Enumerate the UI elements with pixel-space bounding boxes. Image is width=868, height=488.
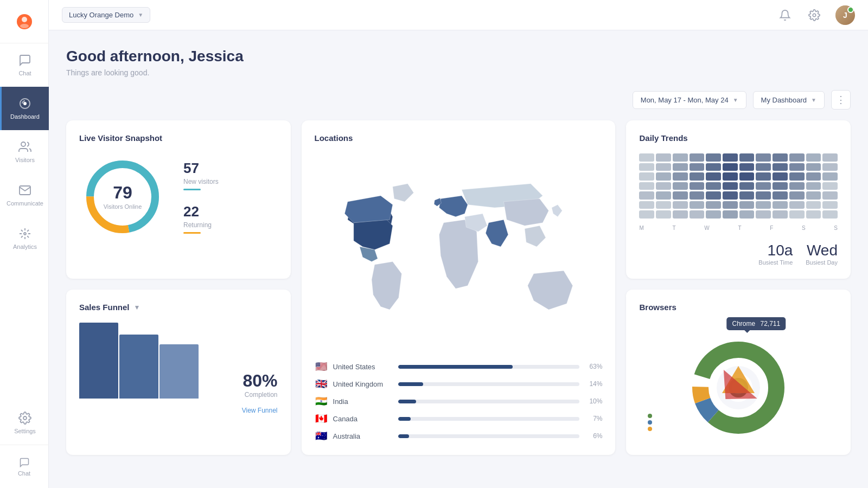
heatmap-cell xyxy=(656,201,671,209)
funnel-header: Sales Funnel ▼ xyxy=(79,303,278,312)
dashboard-selector[interactable]: My Dashboard ▼ xyxy=(753,91,825,109)
sidebar-chat-bottom[interactable]: Chat xyxy=(0,445,49,488)
view-funnel-link[interactable]: View Funnel xyxy=(79,405,278,415)
country-name-4: Australia xyxy=(333,432,393,440)
sidebar-item-dashboard[interactable]: Dashboard xyxy=(0,87,49,130)
heatmap-cell xyxy=(673,153,688,162)
heatmap-cell xyxy=(756,163,771,171)
heatmap-cell xyxy=(756,172,771,181)
heatmap-cell xyxy=(639,153,654,162)
browsers-card: Browsers Chrome 72,711 xyxy=(626,290,851,455)
locations-title: Locations xyxy=(315,133,603,143)
country-name-1: United Kingdom xyxy=(333,380,393,388)
chrome-tooltip: Chrome 72,711 xyxy=(726,317,786,330)
flag-2: 🇮🇳 xyxy=(315,395,328,407)
sidebar-item-visitors[interactable]: Visitors xyxy=(0,130,49,174)
gear-icon[interactable] xyxy=(808,9,820,21)
heatmap-cell xyxy=(756,182,771,190)
flag-3: 🇨🇦 xyxy=(315,413,328,425)
funnel-dropdown-icon[interactable]: ▼ xyxy=(134,304,141,311)
funnel-bars-container xyxy=(79,323,234,399)
map-southamerica xyxy=(372,262,401,310)
heatmap-cell xyxy=(656,163,671,171)
notification-bell-icon[interactable] xyxy=(779,9,791,21)
heatmap-cell xyxy=(806,163,821,171)
heatmap-cell xyxy=(706,191,721,200)
heatmap-cell xyxy=(739,182,755,190)
heatmap-cell xyxy=(723,163,738,171)
country-pct-4: 6% xyxy=(585,432,602,440)
dashboard-name: My Dashboard xyxy=(761,96,807,104)
heatmap-cell xyxy=(656,191,671,200)
heatmap-cell xyxy=(739,153,755,162)
busiest-day-label: Busiest Day xyxy=(806,259,838,266)
busiest-time-label: Busiest Time xyxy=(758,259,793,266)
map-greenland xyxy=(392,184,413,202)
sidebar-item-communicate[interactable]: Communicate xyxy=(0,174,49,217)
heatmap-cell xyxy=(822,153,838,162)
locations-card: Locations xyxy=(302,120,616,455)
svg-point-5 xyxy=(24,233,26,235)
page-content: Good afternoon, Jessica Things are looki… xyxy=(49,30,868,488)
topbar: Lucky Orange Demo ▼ J xyxy=(49,0,868,30)
site-selector[interactable]: Lucky Orange Demo ▼ xyxy=(62,7,150,23)
tooltip-label: Chrome xyxy=(732,320,755,328)
map-japan xyxy=(551,205,561,217)
flag-1: 🇬🇧 xyxy=(315,378,328,390)
heatmap-cell xyxy=(723,172,738,181)
sidebar-settings-label: Settings xyxy=(14,428,36,434)
new-visitors-bar xyxy=(183,189,201,190)
sidebar-item-chat[interactable]: Chat xyxy=(0,43,49,87)
country-bar-1 xyxy=(398,382,424,386)
heatmap-cell xyxy=(673,210,688,219)
chat-bottom-icon xyxy=(19,457,30,468)
heatmap-cell xyxy=(773,201,788,209)
country-bar-bg-0 xyxy=(398,365,580,369)
user-avatar[interactable]: J xyxy=(835,5,855,25)
map-india xyxy=(486,220,508,247)
daily-trends-card: Daily Trends M T W T F S S 10a Busiest T… xyxy=(626,120,851,279)
returning-label: Returning xyxy=(183,221,219,229)
donut-chart: 79 Visitors Online xyxy=(79,153,166,240)
sidebar-item-settings[interactable]: Settings xyxy=(0,401,49,445)
new-visitors-label: New visitors xyxy=(183,178,219,185)
world-map xyxy=(315,153,603,352)
site-name: Lucky Orange Demo xyxy=(69,11,133,19)
visitors-icon xyxy=(18,140,31,153)
heatmap-cell xyxy=(789,153,805,162)
country-bar-4 xyxy=(398,434,409,438)
chat-bottom-label: Chat xyxy=(18,470,30,477)
heatmap-cell xyxy=(822,210,838,219)
flag-4: 🇦🇺 xyxy=(315,430,328,442)
heatmap-cell xyxy=(656,182,671,190)
more-options-button[interactable]: ⋮ xyxy=(831,90,851,110)
legend-safari xyxy=(648,427,652,431)
heatmap-cell xyxy=(773,182,788,190)
country-row: 🇦🇺 Australia 6% xyxy=(315,430,603,442)
date-range-picker[interactable]: Mon, May 17 - Mon, May 24 ▼ xyxy=(633,91,746,109)
sidebar-item-analytics[interactable]: Analytics xyxy=(0,217,49,260)
heatmap-cell xyxy=(690,201,705,209)
busiest-day-stat: Wed Busiest Day xyxy=(806,242,838,266)
country-bar-bg-4 xyxy=(398,434,580,438)
country-pct-1: 14% xyxy=(585,380,602,388)
heatmap-cell xyxy=(690,182,705,190)
heatmap-cell xyxy=(690,163,705,171)
map-australia xyxy=(527,271,572,310)
country-name-2: India xyxy=(333,397,393,406)
heatmap-cell xyxy=(706,201,721,209)
visitors-label: Visitors Online xyxy=(104,203,142,210)
heatmap-cell xyxy=(806,172,821,181)
heatmap-cell xyxy=(789,163,805,171)
sidebar-communicate-label: Communicate xyxy=(7,200,43,207)
greeting-subtitle: Things are looking good. xyxy=(66,68,851,77)
visitors-count: 79 xyxy=(104,184,142,201)
date-range-text: Mon, May 17 - Mon, May 24 xyxy=(641,96,729,104)
country-bar-bg-3 xyxy=(398,417,580,421)
country-bar-3 xyxy=(398,417,411,421)
heatmap-cell xyxy=(739,191,755,200)
funnel-bar-2 xyxy=(119,335,158,399)
sidebar-visitors-label: Visitors xyxy=(15,157,35,163)
returning-count: 22 xyxy=(183,203,219,220)
heatmap-cell xyxy=(739,201,755,209)
